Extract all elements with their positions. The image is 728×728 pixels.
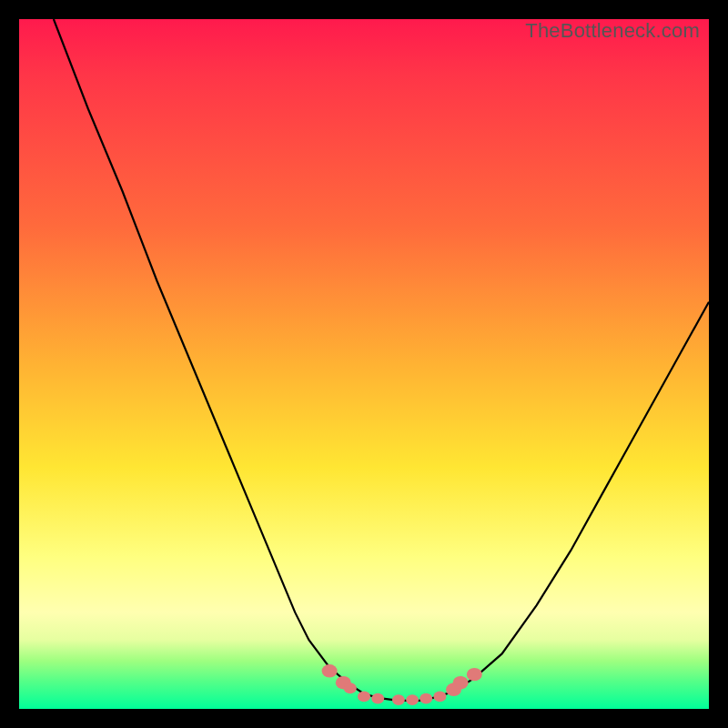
curve-marker [433, 691, 446, 702]
curve-layer [19, 19, 709, 709]
curve-marker [406, 694, 419, 705]
curve-marker [358, 691, 370, 702]
curve-marker [467, 668, 482, 681]
curve-marker [322, 664, 338, 677]
curve-marker [392, 694, 405, 705]
chart-container: TheBottleneck.com [0, 0, 728, 728]
curve-marker [371, 693, 384, 704]
curve-marker [344, 682, 357, 693]
bottleneck-curve [54, 19, 709, 701]
curve-markers [322, 664, 482, 705]
curve-marker [420, 693, 432, 704]
plot-area: TheBottleneck.com [19, 19, 709, 709]
curve-marker [453, 676, 469, 689]
